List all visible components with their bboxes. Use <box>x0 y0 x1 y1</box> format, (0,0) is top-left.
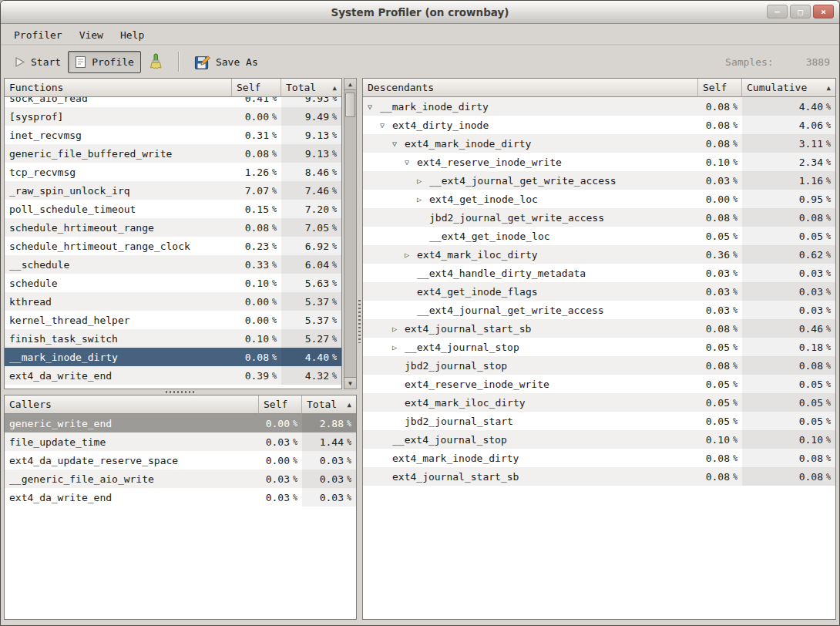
tree-row[interactable]: ▷ __ext4_journal_stop 0.05% 0.18% <box>363 338 835 356</box>
tree-row[interactable]: ▽ ext4_reserve_inode_write 0.10% 2.34% <box>363 153 835 171</box>
expander-icon[interactable]: ▷ <box>392 343 405 352</box>
table-row[interactable]: kthread 0.00% 5.37% <box>5 292 341 311</box>
callers-column-header[interactable]: Callers <box>5 395 259 414</box>
table-row[interactable]: __schedule 0.33% 6.04% <box>5 255 341 274</box>
percent-sign: % <box>826 214 831 222</box>
minimize-button[interactable]: – <box>767 5 788 19</box>
menu-item[interactable]: Help <box>112 26 153 44</box>
functions-scrollbar[interactable]: ▲ ▼ <box>344 78 357 389</box>
percent-sign: % <box>272 261 277 269</box>
menu-item[interactable]: Profiler <box>5 26 71 44</box>
self-column-header[interactable]: Self <box>259 395 302 414</box>
menu-item[interactable]: View <box>71 26 112 44</box>
descendant-name-cell: __ext4_journal_stop <box>363 430 698 449</box>
tree-row[interactable]: ▽ ext4_mark_inode_dirty 0.08% 3.11% <box>363 134 835 153</box>
start-button[interactable]: Start <box>7 52 68 72</box>
tree-row[interactable]: ▽ __mark_inode_dirty 0.08% 4.40% <box>363 97 835 116</box>
tree-row[interactable]: ▷ ext4_get_inode_loc 0.00% 0.95% <box>363 190 835 208</box>
table-row[interactable]: [sysprof] 0.00% 9.49% <box>5 107 341 126</box>
tree-row[interactable]: ext4_journal_start_sb 0.08% 0.08% <box>363 467 835 486</box>
expander-icon[interactable]: ▽ <box>405 158 417 167</box>
tree-row[interactable]: ▷ __ext4_journal_get_write_access 0.03% … <box>363 171 835 190</box>
expander-icon[interactable]: ▷ <box>392 325 405 333</box>
close-button[interactable]: × <box>813 5 834 19</box>
expander-icon[interactable]: ▽ <box>368 103 380 111</box>
table-row[interactable]: generic_file_buffered_write 0.08% 9.13% <box>5 144 341 163</box>
table-row[interactable]: poll_schedule_timeout 0.15% 7.20% <box>5 200 341 218</box>
save-as-button[interactable]: Save As <box>187 49 265 75</box>
self-column-header[interactable]: Self <box>232 79 281 97</box>
tree-row[interactable]: ▷ ext4_journal_start_sb 0.08% 0.46% <box>363 319 835 338</box>
expander-icon[interactable]: ▷ <box>417 195 429 204</box>
table-row[interactable]: inet_recvmsg 0.31% 9.13% <box>5 126 341 144</box>
percent-sign: % <box>826 158 831 167</box>
table-row[interactable]: kernel_thread_helper 0.00% 5.37% <box>5 311 341 329</box>
profile-toggle-button[interactable]: Profile <box>68 51 141 73</box>
self-cell: 0.10% <box>232 329 281 348</box>
table-row[interactable]: ext4_da_update_reserve_space 0.00% 0.03% <box>5 451 356 470</box>
tree-row[interactable]: jbd2_journal_stop 0.08% 0.08% <box>363 356 835 375</box>
reset-button[interactable] <box>141 49 170 75</box>
vertical-splitter[interactable] <box>357 78 362 620</box>
self-cell: 0.05% <box>698 375 742 393</box>
table-row[interactable]: tcp_recvmsg 1.26% 8.46% <box>5 163 341 181</box>
total-cell: 0.03% <box>302 488 356 507</box>
table-row[interactable]: __generic_file_aio_write 0.03% 0.03% <box>5 470 356 488</box>
total-cell: 7.46% <box>281 181 341 200</box>
title-bar[interactable]: System Profiler (on crownbay) – □ × <box>1 1 839 24</box>
table-row[interactable]: generic_write_end 0.00% 2.88% <box>5 414 356 432</box>
tree-row[interactable]: ext4_mark_iloc_dirty 0.05% 0.05% <box>363 393 835 412</box>
total-cell: 8.46% <box>281 163 341 181</box>
tree-row[interactable]: ext4_mark_inode_dirty 0.08% 0.08% <box>363 449 835 467</box>
table-row[interactable]: __mark_inode_dirty 0.08% 4.40% <box>5 348 341 366</box>
total-column-header[interactable]: Total▲ <box>302 395 356 414</box>
horizontal-splitter[interactable] <box>4 389 357 395</box>
scroll-up-button[interactable]: ▲ <box>344 78 357 90</box>
tree-row[interactable]: __ext4_journal_stop 0.10% 0.10% <box>363 430 835 449</box>
scrollbar-trough[interactable] <box>344 89 356 377</box>
table-row[interactable]: ext4_da_write_end 0.39% 4.32% <box>5 366 341 385</box>
self-cell: 7.07% <box>232 181 281 200</box>
tree-row[interactable]: jbd2_journal_get_write_access 0.08% 0.08… <box>363 208 835 227</box>
expander-icon[interactable]: ▷ <box>405 251 417 259</box>
expander-icon[interactable]: ▽ <box>380 121 392 130</box>
tree-row[interactable]: __ext4_get_inode_loc 0.05% 0.05% <box>363 227 835 245</box>
self-cell: 0.00% <box>259 451 302 470</box>
expander-icon[interactable]: ▽ <box>392 140 405 148</box>
scrollbar-thumb[interactable] <box>345 93 355 117</box>
tree-row[interactable]: __ext4_handle_dirty_metadata 0.03% 0.03% <box>363 264 835 282</box>
table-row[interactable]: _raw_spin_unlock_irq 7.07% 7.46% <box>5 181 341 200</box>
descendant-name-cell: ▷ ext4_journal_start_sb <box>363 319 698 338</box>
self-cell: 0.08% <box>698 356 742 375</box>
expander-icon[interactable]: ▷ <box>417 177 429 185</box>
table-row[interactable]: file_update_time 0.03% 1.44% <box>5 432 356 451</box>
scroll-down-button[interactable]: ▼ <box>344 377 357 389</box>
tree-row[interactable]: ▷ ext4_mark_iloc_dirty 0.36% 0.62% <box>363 245 835 264</box>
self-cell: 0.08% <box>698 134 742 153</box>
tree-row[interactable]: __ext4_journal_get_write_access 0.03% 0.… <box>363 301 835 319</box>
tree-row[interactable]: ext4_reserve_inode_write 0.05% 0.05% <box>363 375 835 393</box>
table-row[interactable]: schedule_hrtimeout_range_clock 0.23% 6.9… <box>5 237 341 255</box>
tree-row[interactable]: ▽ ext4_dirty_inode 0.08% 4.06% <box>363 116 835 134</box>
percent-sign: % <box>272 97 277 103</box>
table-row[interactable]: schedule_hrtimeout_range 0.08% 7.05% <box>5 218 341 237</box>
table-row[interactable]: ext4_da_write_end 0.03% 0.03% <box>5 488 356 507</box>
table-row[interactable]: schedule 0.10% 5.63% <box>5 274 341 292</box>
functions-column-header[interactable]: Functions <box>5 79 232 97</box>
caller-name-cell: __generic_file_aio_write <box>5 470 259 488</box>
descendants-column-header[interactable]: Descendants <box>363 79 698 97</box>
cumulative-cell: 0.03% <box>742 264 835 282</box>
splitter-grip[interactable] <box>166 391 195 393</box>
self-column-header[interactable]: Self <box>698 79 742 97</box>
table-row[interactable]: finish_task_switch 0.10% 5.27% <box>5 329 341 348</box>
percent-sign: % <box>293 438 297 446</box>
percent-sign: % <box>733 121 738 130</box>
total-column-header[interactable]: Total▲ <box>281 79 341 97</box>
functions-rows: sock_aio_read 0.41% 9.93% [sysprof] 0.00… <box>5 97 341 385</box>
maximize-button[interactable]: □ <box>790 5 811 19</box>
tree-row[interactable]: jbd2_journal_start 0.05% 0.05% <box>363 412 835 430</box>
tree-row[interactable]: ext4_get_inode_flags 0.03% 0.03% <box>363 282 835 301</box>
table-row[interactable]: sock_aio_read 0.41% 9.93% <box>5 97 341 107</box>
cumulative-column-header[interactable]: Cumulative▲ <box>742 79 835 97</box>
splitter-grip[interactable] <box>358 300 361 343</box>
